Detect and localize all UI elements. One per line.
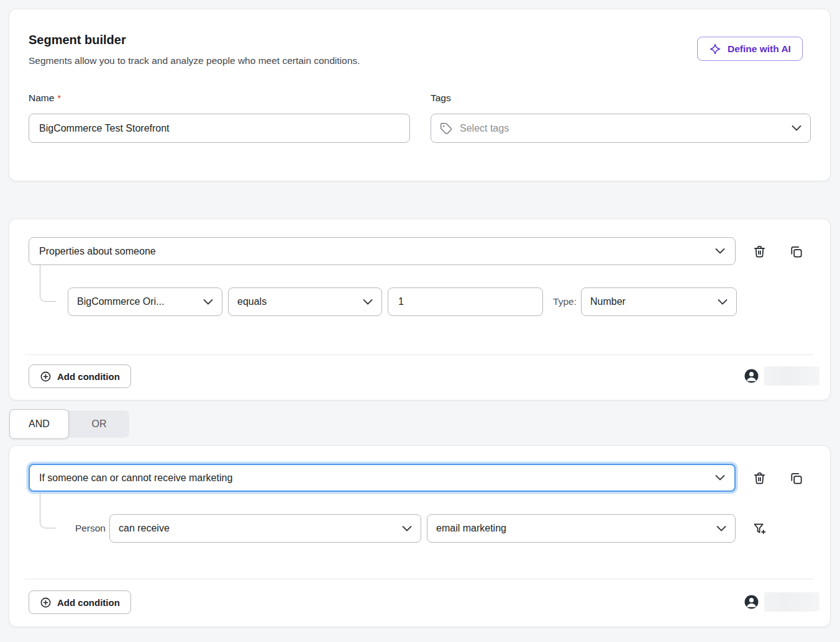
plus-circle-icon <box>40 371 52 382</box>
type-select[interactable]: Number <box>581 287 737 316</box>
filter-add-icon <box>752 522 767 536</box>
consent-operator-select[interactable]: can receive <box>109 514 421 543</box>
condition-type-select-1[interactable]: Properties about someone <box>29 237 736 265</box>
tags-label: Tags <box>431 93 451 104</box>
condition-group-1: Properties about someone BigCommerce Ori… <box>9 219 831 400</box>
trash-icon <box>752 245 767 259</box>
presence-indicator <box>744 366 819 386</box>
tags-placeholder: Select tags <box>460 123 509 134</box>
define-with-ai-button[interactable]: Define with AI <box>697 37 803 61</box>
tree-connector <box>40 265 56 302</box>
name-label: Name* <box>29 93 61 104</box>
trash-icon <box>752 471 767 486</box>
add-condition-button[interactable]: Add condition <box>29 364 131 388</box>
presence-indicator <box>744 592 819 612</box>
redacted-user-name <box>764 366 819 386</box>
operator-select[interactable]: equals <box>228 287 382 316</box>
define-with-ai-label: Define with AI <box>728 43 791 55</box>
person-label: Person <box>43 514 106 543</box>
page-title: Segment builder <box>29 33 126 47</box>
chevron-down-icon <box>715 248 725 254</box>
add-condition-button[interactable]: Add condition <box>29 590 131 614</box>
condition-type-select-2[interactable]: If someone can or cannot receive marketi… <box>29 464 736 492</box>
delete-group-button[interactable] <box>750 242 769 261</box>
duplicate-group-button[interactable] <box>787 242 805 261</box>
plus-circle-icon <box>40 597 52 608</box>
chevron-down-icon <box>716 526 726 531</box>
group-logic-toggle: AND OR <box>9 409 129 439</box>
and-toggle-button[interactable]: AND <box>9 409 69 439</box>
add-filter-button[interactable] <box>750 519 769 538</box>
chevron-down-icon <box>363 299 373 305</box>
tag-icon <box>440 122 452 135</box>
copy-icon <box>789 245 803 259</box>
or-toggle-button[interactable]: OR <box>69 410 129 438</box>
name-input[interactable] <box>29 114 410 143</box>
chevron-down-icon <box>715 475 725 481</box>
page-subtitle: Segments allow you to track and analyze … <box>29 55 360 66</box>
chevron-down-icon <box>718 299 728 305</box>
chevron-down-icon <box>402 526 412 531</box>
sparkle-icon <box>709 43 721 55</box>
divider <box>25 355 814 355</box>
segment-builder-card: Segment builder Segments allow you to tr… <box>9 9 831 181</box>
condition-group-2: If someone can or cannot receive marketi… <box>9 445 831 627</box>
avatar-icon <box>744 595 759 609</box>
tags-select[interactable]: Select tags <box>431 114 811 143</box>
redacted-user-name <box>764 592 819 612</box>
duplicate-group-button[interactable] <box>787 469 805 487</box>
copy-icon <box>789 471 803 486</box>
divider <box>25 579 814 579</box>
delete-group-button[interactable] <box>750 469 769 487</box>
type-label: Type: <box>500 287 577 316</box>
required-asterisk: * <box>57 93 61 103</box>
channel-select[interactable]: email marketing <box>427 514 736 543</box>
property-select[interactable]: BigCommerce Ori... <box>68 287 222 316</box>
avatar-icon <box>744 369 759 383</box>
chevron-down-icon <box>792 125 801 131</box>
chevron-down-icon <box>203 299 213 305</box>
